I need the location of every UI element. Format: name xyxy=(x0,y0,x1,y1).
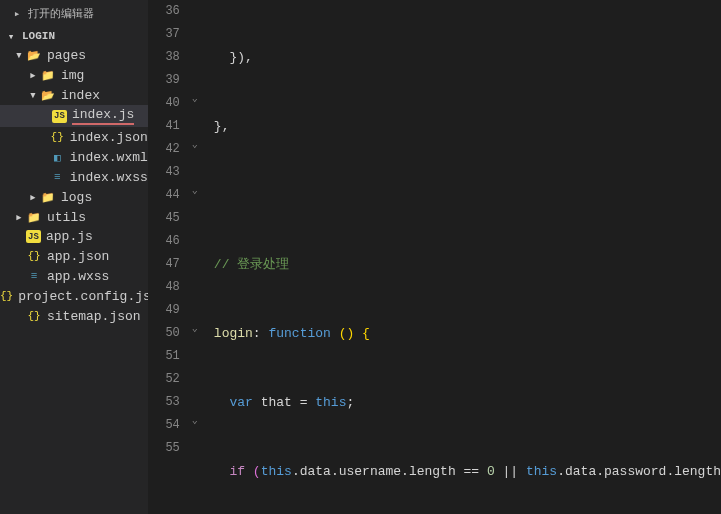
file-tree: ▾📂pages ▸📁img ▾📂index JSindex.js {}index… xyxy=(0,45,148,326)
chevron-down-icon: ▾ xyxy=(28,90,38,100)
folder-utils[interactable]: ▸📁utils xyxy=(0,207,148,227)
file-index-wxss[interactable]: ≡index.wxss xyxy=(0,167,148,187)
file-app-js[interactable]: JSapp.js xyxy=(0,227,148,246)
line-numbers-gutter: 3637383940414243444546474849505152535455 xyxy=(148,0,190,514)
folder-open-icon: 📂 xyxy=(40,87,56,103)
fold-icon[interactable]: ⌄ xyxy=(192,92,198,104)
file-explorer-sidebar[interactable]: ▸ 打开的编辑器 ▾ LOGIN ▾📂pages ▸📁img ▾📂index J… xyxy=(0,0,148,514)
file-index-json[interactable]: {}index.json xyxy=(0,127,148,147)
chevron-down-icon: ▾ xyxy=(6,31,16,41)
file-project-config[interactable]: {}project.config.json xyxy=(0,286,148,306)
chevron-down-icon: ▾ xyxy=(14,50,24,60)
folder-open-icon: 📂 xyxy=(26,47,42,63)
wxml-file-icon: ◧ xyxy=(50,149,65,165)
chevron-right-icon: ▸ xyxy=(28,192,38,202)
chevron-right-icon: ▸ xyxy=(28,70,38,80)
fold-icon[interactable]: ⌄ xyxy=(192,414,198,426)
folder-icon: 📁 xyxy=(40,67,56,83)
open-editors-section[interactable]: ▸ 打开的编辑器 xyxy=(0,0,148,27)
project-name: LOGIN xyxy=(22,30,55,42)
file-index-wxml[interactable]: ◧index.wxml xyxy=(0,147,148,167)
project-section[interactable]: ▾ LOGIN xyxy=(0,27,148,45)
js-file-icon: JS xyxy=(52,110,67,123)
file-app-wxss[interactable]: ≡app.wxss xyxy=(0,266,148,286)
json-file-icon: {} xyxy=(50,129,65,145)
chevron-right-icon: ▸ xyxy=(14,212,24,222)
folder-index[interactable]: ▾📂index xyxy=(0,85,148,105)
open-editors-label: 打开的编辑器 xyxy=(28,6,94,21)
json-file-icon: {} xyxy=(26,308,42,324)
folder-icon: 📁 xyxy=(26,209,42,225)
wxss-file-icon: ≡ xyxy=(26,268,42,284)
file-app-json[interactable]: {}app.json xyxy=(0,246,148,266)
chevron-right-icon: ▸ xyxy=(12,9,22,19)
fold-column: ⌄ ⌄ ⌄ ⌄ ⌄ xyxy=(190,0,208,514)
folder-logs[interactable]: ▸📁logs xyxy=(0,187,148,207)
folder-icon: 📁 xyxy=(40,189,56,205)
file-index-js[interactable]: JSindex.js xyxy=(0,105,148,127)
fold-icon[interactable]: ⌄ xyxy=(192,138,198,150)
code-editor[interactable]: 3637383940414243444546474849505152535455… xyxy=(148,0,721,514)
json-file-icon: {} xyxy=(26,248,42,264)
file-sitemap[interactable]: {}sitemap.json xyxy=(0,306,148,326)
js-file-icon: JS xyxy=(26,230,41,243)
fold-icon[interactable]: ⌄ xyxy=(192,184,198,196)
code-content[interactable]: }), }, // 登录处理 login: function () { var … xyxy=(208,0,721,514)
json-file-icon: {} xyxy=(0,288,13,304)
wxss-file-icon: ≡ xyxy=(50,169,65,185)
fold-icon[interactable]: ⌄ xyxy=(192,322,198,334)
folder-pages[interactable]: ▾📂pages xyxy=(0,45,148,65)
folder-img[interactable]: ▸📁img xyxy=(0,65,148,85)
